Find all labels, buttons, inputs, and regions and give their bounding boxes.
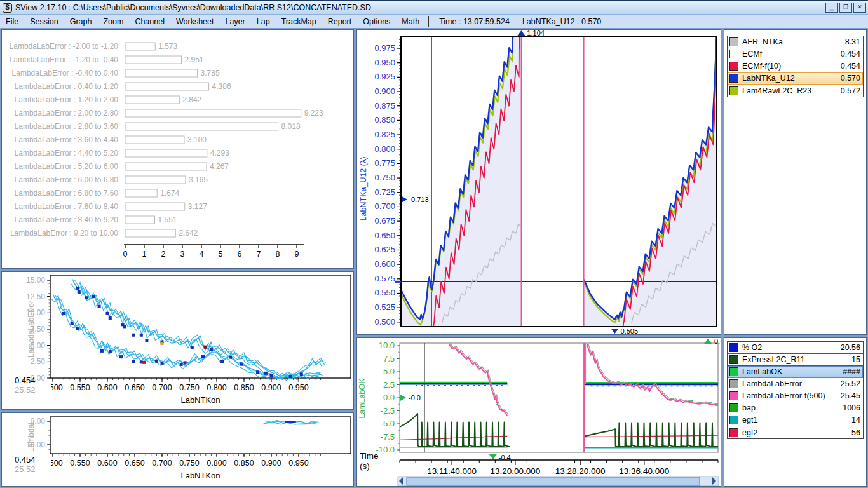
menu-session[interactable]: Session xyxy=(24,16,64,27)
menu-trackmap[interactable]: TrackMap xyxy=(276,16,322,27)
svg-text:4.267: 4.267 xyxy=(210,162,229,171)
svg-text:0.850: 0.850 xyxy=(374,115,395,125)
channel-row-lambdalaberror-f-500-[interactable]: LambdaLabError-f(500)25.45 xyxy=(728,390,863,402)
channel-row-ecmf[interactable]: ECMf0.454 xyxy=(728,48,863,60)
app-icon: S xyxy=(3,3,12,13)
svg-text:0.775: 0.775 xyxy=(374,158,395,168)
svg-text:13:20:00.000: 13:20:00.000 xyxy=(490,466,540,476)
svg-text:LambdaLabError : 8.40 to 9.20: LambdaLabError : 8.40 to 9.20 xyxy=(15,215,119,224)
svg-text:-5.0: -5.0 xyxy=(381,419,395,428)
svg-text:0.600: 0.600 xyxy=(97,459,117,468)
svg-text:LambdaL: LambdaL xyxy=(27,420,36,452)
svg-text:0.850: 0.850 xyxy=(234,383,254,392)
svg-text:0.700: 0.700 xyxy=(152,383,172,392)
svg-text:2.5: 2.5 xyxy=(383,380,395,390)
menu-zoom[interactable]: Zoom xyxy=(97,16,129,27)
channel-row-labntka-u12[interactable]: LabNTKa_U120.570 xyxy=(728,72,863,85)
svg-text:0.700: 0.700 xyxy=(374,201,395,211)
svg-text:LambdaLabError : 6.80 to 7.60: LambdaLabError : 6.80 to 7.60 xyxy=(15,189,119,198)
svg-text:LambdaLabError : 6.00 to 6.80: LambdaLabError : 6.00 to 6.80 xyxy=(15,175,119,184)
svg-text:3: 3 xyxy=(180,250,185,259)
channel-row-bap[interactable]: bap1006 xyxy=(728,402,863,414)
channel-row-lamlabok[interactable]: LamLabOK#### xyxy=(728,366,863,378)
channel-row-lambdalaberror[interactable]: LambdaLabError25.52 xyxy=(728,378,863,390)
svg-text:0.750: 0.750 xyxy=(374,173,395,182)
channel-name: ECMf xyxy=(742,50,841,58)
channel-color-swatch xyxy=(729,355,738,364)
svg-text:13:36:40.000: 13:36:40.000 xyxy=(619,466,669,476)
svg-text:25.52: 25.52 xyxy=(15,464,36,474)
channel-name: bap xyxy=(742,403,843,412)
histogram-chart[interactable]: LambdaLabError : -2.00 to -1.201.573Lamb… xyxy=(2,30,353,268)
svg-text:LambdaLabError : 9.20 to 10.00: LambdaLabError : 9.20 to 10.00 xyxy=(10,229,118,238)
channel-list-bottom: % O220.56ExPressL2C_R1115LamLabOK####Lam… xyxy=(727,341,864,439)
svg-text:0.600: 0.600 xyxy=(97,383,117,392)
channel-row-afr-ntka[interactable]: AFR_NTKa8.31 xyxy=(728,36,863,48)
svg-text:1.551: 1.551 xyxy=(158,215,177,224)
menu-worksheet[interactable]: Worksheet xyxy=(170,16,220,27)
menu-lap[interactable]: Lap xyxy=(251,16,276,27)
channel-value: 56 xyxy=(851,428,860,437)
channel-row-egt2[interactable]: egt256 xyxy=(728,426,863,438)
channel-value: 25.45 xyxy=(841,391,860,400)
svg-text:1: 1 xyxy=(142,250,147,259)
svg-text:LambdaLabError : 7.60 to 8.40: LambdaLabError : 7.60 to 8.40 xyxy=(15,202,119,211)
menu-options[interactable]: Options xyxy=(357,16,396,27)
channel-name: LabNTKa_U12 xyxy=(742,74,841,83)
panel-scatter: 15.0012.5010.007.505.002.500.000.5000.55… xyxy=(1,271,354,410)
channel-row-egt1[interactable]: egt114 xyxy=(728,414,863,426)
channel-row-expressl2c-r11[interactable]: ExPressL2C_R1115 xyxy=(728,354,863,366)
svg-text:0.4: 0.4 xyxy=(714,338,721,345)
svg-text:0.650: 0.650 xyxy=(374,231,395,240)
channel-row-ecmf-f-10-[interactable]: ECMf-f(10)0.454 xyxy=(728,60,863,72)
svg-text:LambdaLabError : -0.40 to 0.40: LambdaLabError : -0.40 to 0.40 xyxy=(12,69,119,78)
main-lambda-chart[interactable]: 0.5000.5250.5500.5750.6000.6250.6500.675… xyxy=(357,30,721,334)
mini-chart[interactable]: 0.00-10.000.5000.5500.6000.6500.7000.750… xyxy=(2,413,353,486)
menu-layer[interactable]: Layer xyxy=(219,16,250,27)
svg-text:LabNTKa_U12 (λ): LabNTKa_U12 (λ) xyxy=(359,157,368,221)
svg-text:0.975: 0.975 xyxy=(374,43,395,53)
menu-channel[interactable]: Channel xyxy=(129,16,170,27)
main-plot-area xyxy=(401,30,717,328)
svg-text:2.642: 2.642 xyxy=(179,229,198,238)
svg-text:LambdaLabError : -2.00 to -1.2: LambdaLabError : -2.00 to -1.20 xyxy=(10,42,119,51)
menu-report[interactable]: Report xyxy=(322,16,358,27)
channel-value: 1006 xyxy=(843,403,860,412)
channel-color-swatch xyxy=(729,391,738,400)
svg-text:4.386: 4.386 xyxy=(212,82,231,91)
svg-text:1.674: 1.674 xyxy=(160,189,179,198)
svg-text:0.900: 0.900 xyxy=(261,459,281,468)
close-button[interactable]: ✕ xyxy=(853,3,866,13)
svg-text:0.525: 0.525 xyxy=(374,302,395,312)
channel-color-swatch xyxy=(729,343,738,352)
svg-text:4: 4 xyxy=(200,250,204,259)
channel-row-lam4rawl2c-r23[interactable]: Lam4RawL2C_R230.572 xyxy=(728,85,863,97)
svg-text:0.900: 0.900 xyxy=(374,86,395,96)
menu-file[interactable]: File xyxy=(0,16,24,27)
svg-text:0.454: 0.454 xyxy=(15,376,36,385)
channel-row--o2[interactable]: % O220.56 xyxy=(728,342,863,354)
time-chart[interactable]: 10.07.55.02.50.0-2.5-5.0-7.5-10.0LamLabO… xyxy=(357,338,721,486)
svg-text:0.500: 0.500 xyxy=(43,383,62,392)
menu-math[interactable]: Math xyxy=(396,16,425,27)
svg-text:5: 5 xyxy=(219,250,223,259)
channel-value: 25.52 xyxy=(841,379,860,388)
channel-color-swatch xyxy=(729,50,738,58)
svg-text:0.950: 0.950 xyxy=(374,58,395,67)
svg-text:8: 8 xyxy=(276,250,280,259)
channel-name: LambdaLabError xyxy=(742,379,841,388)
minimize-button[interactable]: ▁ xyxy=(825,3,838,13)
restore-button[interactable]: ❐ xyxy=(839,3,852,13)
svg-text:0.713: 0.713 xyxy=(411,196,429,203)
menu-graph[interactable]: Graph xyxy=(64,16,98,27)
svg-text:9.223: 9.223 xyxy=(304,109,323,118)
svg-text:0.575: 0.575 xyxy=(374,274,395,283)
window-buttons: ▁❐✕ xyxy=(825,3,866,13)
status-time: Time : 13:07:59.524 xyxy=(433,16,516,27)
panel-histogram: LambdaLabError : -2.00 to -1.201.573Lamb… xyxy=(1,29,354,269)
svg-text:LambdaLabError : 0.40 to 1.20: LambdaLabError : 0.40 to 1.20 xyxy=(15,82,119,91)
svg-text:0.800: 0.800 xyxy=(207,459,226,468)
svg-text:0.900: 0.900 xyxy=(261,383,281,392)
channel-value: 15 xyxy=(851,355,860,364)
scatter-chart[interactable]: 15.0012.5010.007.505.002.500.000.5000.55… xyxy=(2,272,353,409)
